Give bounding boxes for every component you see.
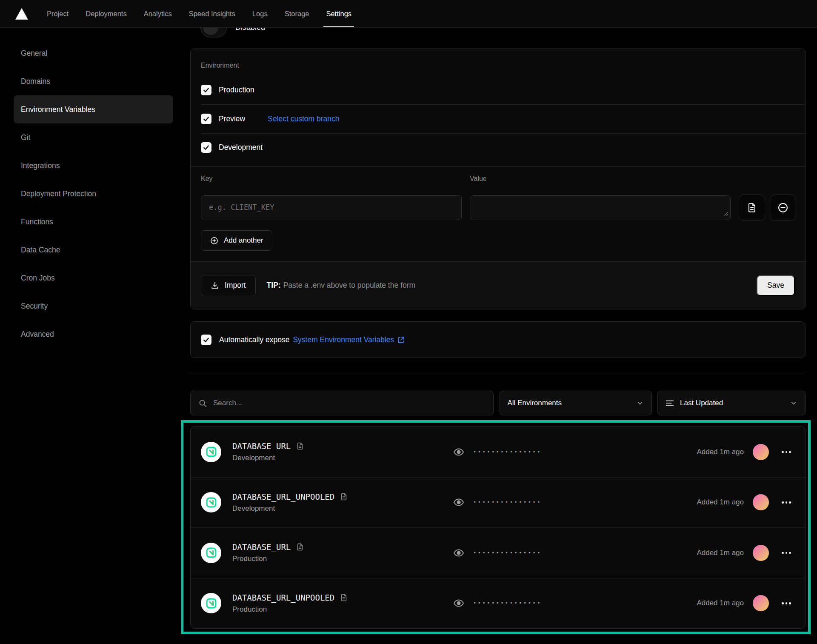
env-variable-row[interactable]: DATABASE_URL Production ••••••••••••••• …	[191, 528, 805, 578]
nav-tab-project[interactable]: Project	[38, 0, 77, 27]
search-input[interactable]	[213, 399, 486, 407]
user-avatar[interactable]	[753, 545, 769, 561]
system-env-variables-link[interactable]: System Environment Variables	[293, 335, 405, 344]
environment-filter-dropdown[interactable]: All Environments	[500, 391, 652, 415]
add-another-label: Add another	[224, 236, 263, 245]
sidebar-item-functions[interactable]: Functions	[14, 208, 173, 236]
file-note-icon[interactable]	[296, 442, 304, 450]
search-field[interactable]	[190, 391, 494, 415]
row-divider	[201, 133, 805, 134]
file-note-icon[interactable]	[296, 543, 304, 551]
section-divider	[191, 166, 805, 167]
system-env-expose-card: Automatically expose System Environment …	[190, 321, 806, 358]
neon-integration-icon	[201, 593, 221, 613]
user-avatar[interactable]	[753, 444, 769, 460]
vercel-logo-icon[interactable]	[15, 0, 28, 27]
row-options-menu-icon[interactable]	[778, 444, 795, 460]
env-variable-environment: Development	[232, 504, 348, 513]
sidebar-item-general[interactable]: General	[14, 39, 173, 67]
row-options-menu-icon[interactable]	[778, 494, 795, 510]
env-variable-meta: Added 1m ago	[697, 444, 795, 460]
env-variable-environment: Development	[232, 454, 304, 462]
sort-icon	[666, 399, 674, 407]
env-variable-row[interactable]: DATABASE_URL_UNPOOLED Production •••••••…	[191, 578, 805, 629]
nav-tab-speed-insights[interactable]: Speed Insights	[180, 0, 244, 27]
preview-checkbox-label: Preview	[219, 114, 245, 123]
paste-env-file-button[interactable]	[739, 195, 765, 221]
preview-checkbox[interactable]	[201, 114, 211, 124]
save-button[interactable]: Save	[757, 275, 795, 296]
file-note-icon[interactable]	[340, 492, 348, 501]
env-variable-row[interactable]: DATABASE_URL_UNPOOLED Development ••••••…	[191, 478, 805, 528]
masked-value: •••••••••••••••	[473, 449, 542, 455]
sidebar-item-git[interactable]: Git	[14, 123, 173, 152]
nav-tab-analytics[interactable]: Analytics	[135, 0, 180, 27]
env-variable-name: DATABASE_URL_UNPOOLED	[232, 593, 334, 602]
env-list-toolbar: All Environments Last Updated	[190, 391, 806, 415]
top-navigation: Project Deployments Analytics Speed Insi…	[0, 0, 817, 28]
content-divider	[190, 374, 806, 374]
neon-integration-icon	[201, 543, 221, 563]
sidebar-item-environment-variables[interactable]: Environment Variables	[14, 95, 173, 123]
env-variable-name: DATABASE_URL_UNPOOLED	[232, 492, 334, 501]
resize-grip-icon[interactable]	[724, 210, 728, 218]
page: Project Deployments Analytics Speed Insi…	[0, 0, 817, 644]
file-note-icon[interactable]	[340, 593, 348, 602]
neon-integration-icon	[201, 492, 221, 512]
import-button-label: Import	[225, 281, 246, 290]
nav-tab-settings[interactable]: Settings	[317, 0, 360, 27]
user-avatar[interactable]	[753, 494, 769, 510]
env-variable-name: DATABASE_URL	[232, 542, 291, 552]
sidebar-item-data-cache[interactable]: Data Cache	[14, 236, 173, 264]
eye-icon[interactable]	[453, 496, 465, 508]
development-checkbox[interactable]	[201, 142, 211, 153]
tip-text: TIP:Paste a .env above to populate the f…	[267, 281, 415, 290]
add-env-variable-card: Environment Production Preview Select cu…	[190, 49, 806, 309]
sidebar-item-advanced[interactable]: Advanced	[14, 320, 173, 348]
value-field-label: Value	[470, 175, 487, 183]
eye-icon[interactable]	[453, 547, 465, 559]
sort-value: Last Updated	[680, 399, 723, 407]
key-field-label: Key	[201, 175, 213, 183]
value-input[interactable]	[470, 195, 731, 220]
sidebar-item-domains[interactable]: Domains	[14, 67, 173, 95]
env-variable-name: DATABASE_URL	[232, 441, 291, 451]
select-custom-branch-link[interactable]: Select custom branch	[268, 114, 339, 123]
key-input[interactable]	[201, 195, 462, 220]
sidebar-item-cron-jobs[interactable]: Cron Jobs	[14, 264, 173, 292]
search-icon	[198, 399, 207, 408]
eye-icon[interactable]	[453, 446, 465, 458]
env-variable-environment: Production	[232, 555, 304, 563]
eye-icon[interactable]	[453, 597, 465, 609]
sidebar-item-deployment-protection[interactable]: Deployment Protection	[14, 180, 173, 208]
add-another-button[interactable]: Add another	[201, 230, 272, 251]
import-button[interactable]: Import	[201, 275, 256, 296]
production-checkbox-label: Production	[219, 86, 254, 94]
remove-row-button[interactable]	[770, 195, 796, 221]
production-checkbox[interactable]	[201, 85, 211, 95]
form-footer: Import TIP:Paste a .env above to populat…	[191, 261, 805, 309]
masked-value: •••••••••••••••	[473, 499, 542, 505]
environment-section-label: Environment	[201, 62, 239, 69]
environment-preview-row: Preview Select custom branch	[201, 110, 340, 127]
row-options-menu-icon[interactable]	[778, 545, 795, 561]
sidebar-item-security[interactable]: Security	[14, 292, 173, 320]
nav-tab-logs[interactable]: Logs	[244, 0, 276, 27]
added-timestamp: Added 1m ago	[697, 549, 744, 557]
env-variable-info: DATABASE_URL Production	[232, 542, 304, 563]
auto-expose-checkbox[interactable]	[201, 335, 211, 345]
added-timestamp: Added 1m ago	[697, 599, 744, 607]
chevron-down-icon	[636, 399, 644, 407]
user-avatar[interactable]	[753, 595, 769, 611]
row-options-menu-icon[interactable]	[778, 595, 795, 611]
nav-tab-storage[interactable]: Storage	[276, 0, 318, 27]
env-variable-meta: Added 1m ago	[697, 494, 795, 510]
sort-dropdown[interactable]: Last Updated	[657, 391, 806, 415]
nav-tab-deployments[interactable]: Deployments	[77, 0, 135, 27]
environment-production-row: Production	[201, 81, 254, 98]
env-variable-value: •••••••••••••••	[453, 547, 542, 559]
sidebar-item-integrations[interactable]: Integrations	[14, 152, 173, 180]
development-checkbox-label: Development	[219, 143, 263, 152]
chevron-down-icon	[790, 399, 797, 407]
env-variable-row[interactable]: DATABASE_URL Development •••••••••••••••…	[191, 427, 805, 478]
